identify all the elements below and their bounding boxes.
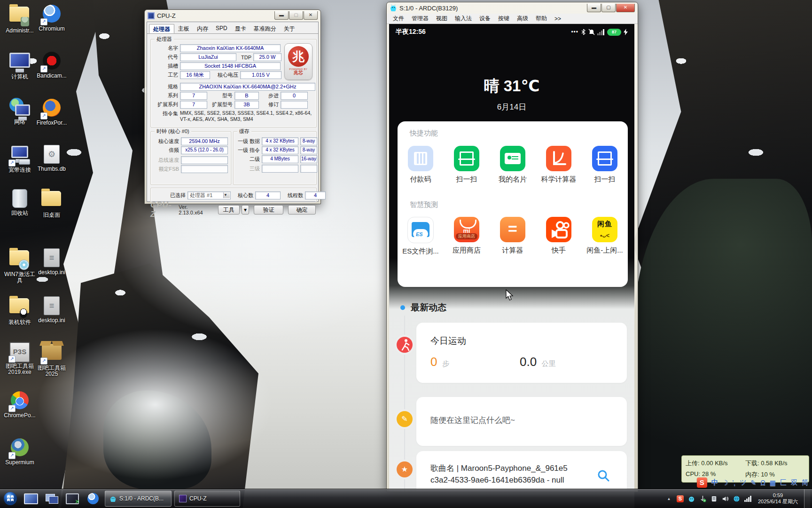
desktop-icon-desktop-ini-2[interactable]: ≡ desktop.ini: [35, 295, 69, 324]
app-xianyu[interactable]: 闲鱼•ᴗ< 闲鱼-上闲...: [582, 217, 628, 255]
desktop-icon-tuba-toolbox-2025[interactable]: ↗ 图吧工具箱 2025: [35, 341, 69, 377]
sogou-toolbox-icon[interactable]: 匚: [780, 478, 787, 487]
sogou-mode-chinese[interactable]: 中: [711, 478, 718, 487]
desktop-icon-chromium[interactable]: ↗ Chromium: [35, 4, 69, 32]
tab-processor[interactable]: 处理器: [149, 24, 174, 33]
desktop-icon-thumbs-db[interactable]: ⚙ Thumbs.db: [35, 144, 69, 172]
feed-dot-icon: [400, 305, 405, 310]
hidden-icons-chevron[interactable]: ▲: [665, 495, 673, 503]
cpuz-titlebar[interactable]: CPU-Z ▬ ▢ ✕: [145, 10, 320, 21]
menu-more[interactable]: >>: [551, 15, 564, 23]
menu-help[interactable]: 帮助: [532, 14, 550, 24]
tray-signal-icon[interactable]: [744, 495, 752, 503]
sogou-simplified[interactable]: 简: [802, 478, 808, 487]
desktop-icon-tuba-toolbox-2019[interactable]: P3S↗ 图吧工具箱 2019.exe: [3, 341, 37, 375]
show-desktop-button[interactable]: [804, 489, 810, 508]
sogou-night-mode-icon[interactable]: ☽: [722, 479, 728, 486]
desktop-icon-chrome-portable[interactable]: ↗ ChromePo...: [3, 390, 37, 419]
tab-spd[interactable]: SPD: [212, 24, 231, 33]
app-es-file-explorer[interactable]: ES ES文件浏...: [398, 217, 444, 256]
cpuz-minimize-button[interactable]: ▬: [274, 11, 289, 20]
tray-android-icon[interactable]: [687, 495, 695, 503]
taskbar-display-icon[interactable]: [22, 491, 40, 507]
menu-view[interactable]: 视图: [433, 14, 451, 24]
sogou-emoji-icon[interactable]: ツ: [740, 478, 746, 487]
song-card[interactable]: 歌曲名 | Maroon5-Payphone_&_961e5 c3a2-4533…: [416, 451, 627, 492]
taskbar-button-ardc[interactable]: S:1/0 - ARDC(B...: [105, 491, 172, 507]
app-sci-calculator[interactable]: 科学计算器: [536, 146, 582, 184]
desktop-icon-computer[interactable]: 计算机: [3, 51, 37, 80]
tray-volume-icon[interactable]: [721, 495, 729, 503]
system-tray: ▲ S 0:59 2025/6/14 星期六: [665, 489, 812, 508]
sogou-quote-icon[interactable]: ’,: [732, 479, 735, 486]
desktop-icon-win7-activator[interactable]: WIN7激活工 具: [3, 247, 37, 284]
l2-label: 二级: [235, 156, 260, 163]
ok-button[interactable]: 确定: [288, 205, 316, 214]
desktop-icon-supermium[interactable]: ↗ Supermium: [3, 437, 37, 466]
taskbar-button-cpuz[interactable]: CPU-Z: [174, 491, 240, 507]
feed-title: 最新动态: [411, 302, 446, 314]
tab-mainboard[interactable]: 主板: [174, 24, 193, 33]
app-scan-blue[interactable]: 扫一扫: [582, 146, 628, 184]
tray-sogou-icon[interactable]: S: [676, 495, 684, 503]
taskbar-remote-tool-icon[interactable]: ✕: [63, 491, 82, 507]
tray-clipboard-icon[interactable]: [710, 495, 718, 503]
note-card[interactable]: 随便在这里记点什么吧~: [416, 397, 627, 446]
menu-keys[interactable]: 按键: [495, 14, 513, 24]
tray-network-icon[interactable]: [733, 495, 741, 503]
desktop-icon-install-software[interactable]: 装机软件: [3, 295, 37, 325]
socket-label: 插槽: [154, 63, 178, 70]
app-payment-code[interactable]: 付款码: [398, 146, 444, 184]
tab-graphics[interactable]: 显卡: [231, 24, 250, 33]
taskbar: ✕ S:1/0 - ARDC(B... CPU-Z ▲ S 0:59 2025/…: [0, 489, 812, 508]
emulator-close-button[interactable]: ✕: [616, 4, 635, 12]
desktop-icon-old-desktop[interactable]: 旧桌面: [35, 188, 69, 218]
weather-temp: 晴 31℃: [389, 76, 634, 97]
desktop-icon-bandicam[interactable]: ↗ Bandicam...: [35, 51, 69, 79]
desktop-icon-recycle-bin[interactable]: 回收站: [3, 188, 37, 216]
desktop-icon-network[interactable]: 网络: [3, 98, 37, 125]
sogou-logo-icon[interactable]: S: [697, 477, 707, 488]
tab-bench[interactable]: 基准跑分: [250, 24, 280, 33]
desktop-icon-administrator[interactable]: Administr...: [3, 4, 37, 34]
phone-status-bar: 半夜12:56 ••• 87: [389, 27, 634, 37]
app-kuaishou[interactable]: 快手: [536, 217, 582, 255]
processor-select[interactable]: 处理器 #1▼: [187, 191, 231, 199]
search-icon[interactable]: [597, 469, 610, 482]
sogou-symbols-icon[interactable]: Ω: [760, 479, 765, 486]
tab-about[interactable]: 关于: [280, 24, 299, 33]
emulator-titlebar[interactable]: S:1/0 - ARDC(B3129) ▬ ▢ ✕: [387, 2, 638, 14]
code-label: 代号: [154, 54, 178, 61]
app-scan-green[interactable]: 扫一扫: [444, 146, 490, 184]
cpuz-close-button[interactable]: ✕: [304, 11, 318, 20]
emulator-maximize-button[interactable]: ▢: [601, 4, 616, 12]
sogou-keyboard-icon[interactable]: ▦: [770, 479, 776, 486]
tools-button[interactable]: 工具: [218, 205, 240, 214]
desktop-icon-desktop-ini-1[interactable]: ≡ desktop.ini: [35, 247, 69, 276]
family-label: 系列: [154, 92, 178, 99]
start-button[interactable]: [1, 491, 20, 507]
app-calculator[interactable]: = 计算器: [490, 217, 536, 255]
cpuz-maximize-button[interactable]: ▢: [289, 11, 303, 20]
sogou-shuangpin[interactable]: 双: [791, 478, 797, 487]
menu-device[interactable]: 设备: [476, 14, 494, 24]
menu-advanced[interactable]: 高级: [514, 14, 531, 24]
sogou-handwriting-icon[interactable]: ✎: [751, 479, 757, 486]
taskbar-clock[interactable]: 0:59 2025/6/14 星期六: [755, 492, 801, 505]
sport-card[interactable]: 今日运动 0 步 0.0 公里: [416, 323, 627, 383]
validate-button[interactable]: 验证: [254, 205, 283, 214]
app-mi-store[interactable]: mi应用商店 应用商店: [444, 217, 490, 255]
tab-memory[interactable]: 内存: [193, 24, 212, 33]
tools-dropdown-button[interactable]: ▾: [242, 205, 250, 214]
taskbar-windows-stack-icon[interactable]: [42, 491, 61, 507]
tray-usb-icon[interactable]: [699, 495, 707, 503]
desktop-icon-firefox[interactable]: ↗ FirefoxPor...: [35, 98, 69, 126]
weather-widget[interactable]: 晴 31℃ 6月14日: [389, 76, 634, 112]
app-my-card[interactable]: 我的名片: [490, 146, 536, 184]
desktop-icon-broadband[interactable]: ↗ 宽带连接: [3, 144, 37, 173]
menu-input-method[interactable]: 输入法: [452, 14, 475, 24]
taskbar-chromium-icon[interactable]: [84, 491, 102, 507]
menu-manager[interactable]: 管理器: [408, 14, 432, 24]
menu-file[interactable]: 文件: [390, 14, 407, 24]
emulator-minimize-button[interactable]: ▬: [587, 4, 601, 12]
